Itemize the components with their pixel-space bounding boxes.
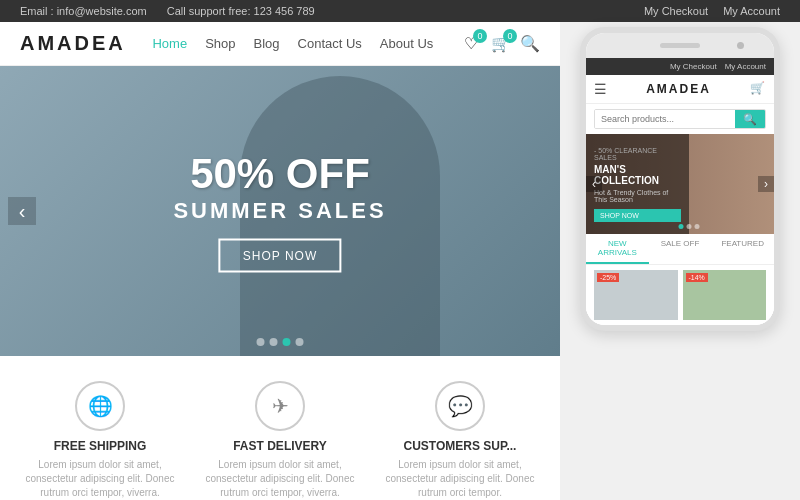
left-section: AMADEA Home Shop Blog Contact Us About U… (0, 22, 560, 500)
support-info: Call support free: 123 456 789 (167, 5, 315, 17)
phone-cart-icon[interactable]: 🛒 (750, 81, 766, 97)
hero-dot-4[interactable] (296, 338, 304, 346)
nav-about[interactable]: About Us (380, 36, 433, 51)
phone-tab-new-arrivals[interactable]: NEW ARRIVALS (586, 234, 649, 264)
hero-prev-arrow[interactable]: ‹ (8, 197, 36, 225)
main-nav: Home Shop Blog Contact Us About Us (152, 36, 433, 51)
phone-tab-featured[interactable]: FEATURED (711, 234, 774, 264)
hero-dot-3[interactable] (283, 338, 291, 346)
delivery-icon: ✈ (255, 381, 305, 431)
support-icon: 💬 (435, 381, 485, 431)
top-bar-left: Email : info@website.com Call support fr… (20, 5, 315, 17)
support-title: CUSTOMERS SUP... (380, 439, 540, 453)
nav-blog[interactable]: Blog (254, 36, 280, 51)
phone-dot-1[interactable] (679, 224, 684, 229)
phone-product-1[interactable]: -25% (594, 270, 678, 320)
shipping-desc: Lorem ipsum dolor sit amet, consectetur … (20, 458, 180, 500)
phone-products: -25% -14% (586, 265, 774, 325)
site-logo: AMADEA (20, 32, 126, 55)
phone-hero-subtitle: Hot & Trendy Clothes of This Season (594, 189, 681, 203)
hero-dot-1[interactable] (257, 338, 265, 346)
wishlist-icon[interactable]: ♡ 0 (460, 33, 482, 55)
phone-product-badge-2: -14% (686, 273, 708, 282)
phone-hero: - 50% CLEARANCE SALES MAN'S COLLECTION H… (586, 134, 774, 234)
email-info: Email : info@website.com (20, 5, 147, 17)
hero-discount: 50% OFF (173, 150, 386, 198)
site-header: AMADEA Home Shop Blog Contact Us About U… (0, 22, 560, 66)
cart-badge: 0 (503, 29, 517, 43)
phone-top (586, 33, 774, 58)
phone-menu-icon[interactable]: ☰ (594, 81, 607, 97)
cart-icon[interactable]: 🛒 0 (490, 33, 512, 55)
support-desc: Lorem ipsum dolor sit amet, consectetur … (380, 458, 540, 500)
nav-contact[interactable]: Contact Us (298, 36, 362, 51)
phone-hero-prev[interactable]: ‹ (586, 176, 602, 192)
hero-content: 50% OFF SUMMER SALES SHOP NOW (173, 150, 386, 273)
features-section: 🌐 FREE SHIPPING Lorem ipsum dolor sit am… (0, 356, 560, 500)
phone-screen: My Checkout My Account ☰ AMADEA 🛒 🔍 (586, 58, 774, 325)
phone-checkout-link[interactable]: My Checkout (670, 62, 717, 71)
phone-hero-dots (679, 224, 700, 229)
top-bar-right: My Checkout My Account (644, 5, 780, 17)
nav-shop[interactable]: Shop (205, 36, 235, 51)
phone-hero-tag: - 50% CLEARANCE SALES (594, 147, 681, 161)
phone-camera (737, 42, 744, 49)
phone-dot-3[interactable] (695, 224, 700, 229)
top-bar: Email : info@website.com Call support fr… (0, 0, 800, 22)
delivery-title: FAST DELIVERY (200, 439, 360, 453)
nav-icons: ♡ 0 🛒 0 🔍 (460, 33, 540, 55)
delivery-desc: Lorem ipsum dolor sit amet, consectetur … (200, 458, 360, 500)
phone-product-img-2: -14% (683, 270, 767, 320)
phone-mockup: My Checkout My Account ☰ AMADEA 🛒 🔍 (580, 27, 780, 331)
phone-hero-cta[interactable]: SHOP NOW (594, 209, 681, 222)
phone-search-bar: 🔍 (586, 104, 774, 134)
hero-cta-button[interactable]: SHOP NOW (219, 239, 341, 273)
phone-search-inner: 🔍 (594, 109, 766, 129)
phone-account-link[interactable]: My Account (725, 62, 766, 71)
phone-dot-2[interactable] (687, 224, 692, 229)
hero-banner: 50% OFF SUMMER SALES SHOP NOW ‹ (0, 66, 560, 356)
shipping-title: FREE SHIPPING (20, 439, 180, 453)
wishlist-badge: 0 (473, 29, 487, 43)
hero-dot-2[interactable] (270, 338, 278, 346)
search-icon[interactable]: 🔍 (520, 34, 540, 53)
phone-hero-title: MAN'S COLLECTION (594, 164, 681, 186)
phone-tab-sale-off[interactable]: SALE OFF (649, 234, 712, 264)
phone-speaker (660, 43, 700, 48)
phone-product-badge-1: -25% (597, 273, 619, 282)
phone-product-2[interactable]: -14% (683, 270, 767, 320)
account-link[interactable]: My Account (723, 5, 780, 17)
phone-search-button[interactable]: 🔍 (735, 110, 765, 128)
phone-hero-next[interactable]: › (758, 176, 774, 192)
phone-logo: AMADEA (646, 82, 711, 96)
checkout-link[interactable]: My Checkout (644, 5, 708, 17)
nav-home[interactable]: Home (152, 36, 187, 51)
phone-section: My Checkout My Account ☰ AMADEA 🛒 🔍 (560, 22, 800, 500)
hero-dots (257, 338, 304, 346)
shipping-icon: 🌐 (75, 381, 125, 431)
feature-support: 💬 CUSTOMERS SUP... Lorem ipsum dolor sit… (370, 381, 550, 500)
phone-topbar: My Checkout My Account (586, 58, 774, 75)
phone-product-img-1: -25% (594, 270, 678, 320)
phone-header: ☰ AMADEA 🛒 (586, 75, 774, 104)
phone-products-tabs: NEW ARRIVALS SALE OFF FEATURED (586, 234, 774, 265)
feature-shipping: 🌐 FREE SHIPPING Lorem ipsum dolor sit am… (10, 381, 190, 500)
hero-title: SUMMER SALES (173, 198, 386, 224)
phone-search-input[interactable] (595, 110, 735, 128)
feature-delivery: ✈ FAST DELIVERY Lorem ipsum dolor sit am… (190, 381, 370, 500)
main-content: AMADEA Home Shop Blog Contact Us About U… (0, 22, 800, 500)
